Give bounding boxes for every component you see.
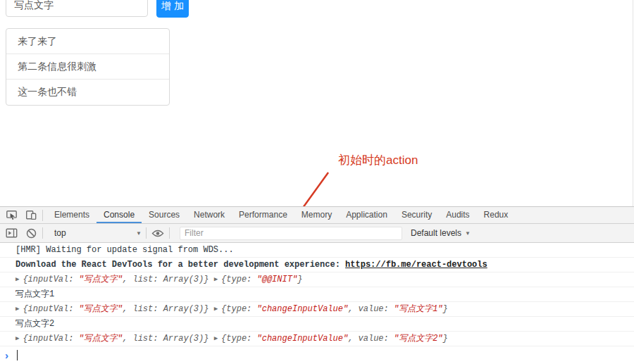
console-prompt[interactable]: › <box>0 346 634 364</box>
console-toolbar: top ▼ Default levels ▼ <box>0 224 634 243</box>
toolbar-separator <box>42 227 43 239</box>
expand-triangle-icon[interactable]: ▶ <box>214 302 218 316</box>
tab-application[interactable]: Application <box>339 207 394 223</box>
console-text-obj: {type: <box>221 272 256 287</box>
console-text-obj: , list: Array(3)} <box>123 302 214 316</box>
context-dropdown-label: top <box>51 228 136 238</box>
tab-elements[interactable]: Elements <box>47 207 97 223</box>
console-text-obj: {inputVal: <box>23 332 78 346</box>
chevron-down-icon: ▼ <box>465 230 471 237</box>
console-log-line: [HMR] Waiting for update signal from WDS… <box>0 243 634 258</box>
expand-triangle-icon[interactable]: ▶ <box>15 332 19 346</box>
console-text-obj: {inputVal: <box>23 302 78 316</box>
console-log-line: ▶{inputVal: "写点文字", list: Array(3)} ▶{ty… <box>0 332 634 346</box>
console-text-obj: } <box>443 332 448 346</box>
expand-triangle-icon[interactable]: ▶ <box>214 272 218 287</box>
devtools-tabs: ElementsConsoleSourcesNetworkPerformance… <box>47 207 515 223</box>
tab-performance[interactable]: Performance <box>232 207 294 223</box>
expand-triangle-icon[interactable]: ▶ <box>15 272 19 287</box>
toolbar-separator <box>42 210 43 221</box>
console-text-str: "changeInputValue" <box>257 302 349 316</box>
javascript-context-dropdown[interactable]: top ▼ <box>51 228 142 238</box>
show-console-sidebar-icon[interactable] <box>4 226 18 240</box>
console-text-plain: 写点文字1 <box>15 287 54 301</box>
tab-memory[interactable]: Memory <box>294 207 339 223</box>
console-text-str: "写点文字2" <box>394 332 443 346</box>
add-button[interactable]: 增 加 <box>156 0 189 18</box>
tab-network[interactable]: Network <box>187 207 232 223</box>
console-text-plain: 写点文字2 <box>15 317 54 331</box>
expand-triangle-icon[interactable]: ▶ <box>214 332 218 346</box>
tab-security[interactable]: Security <box>394 207 439 223</box>
console-text-str: "写点文字" <box>79 302 123 316</box>
inspect-element-icon[interactable] <box>4 208 18 222</box>
log-levels-label: Default levels <box>411 228 461 238</box>
console-text-obj: {type: <box>221 302 256 316</box>
console-text-obj: , list: Array(3)} <box>123 272 214 287</box>
expand-triangle-icon[interactable]: ▶ <box>15 302 19 316</box>
console-output: [HMR] Waiting for update signal from WDS… <box>0 243 634 346</box>
console-log-line: 写点文字2 <box>0 317 634 332</box>
console-log-line: 写点文字1 <box>0 287 634 302</box>
device-toolbar-icon[interactable] <box>24 208 38 222</box>
screenshot-root: 增 加 来了来了第二条信息很刺激这一条也不错 初始时的action 第1次修改后… <box>0 0 634 364</box>
prompt-chevron-icon: › <box>0 350 8 360</box>
console-text-obj: , value: <box>348 302 394 316</box>
tab-redux[interactable]: Redux <box>477 207 516 223</box>
console-text-bold: Download the React DevTools for a better… <box>15 258 345 272</box>
console-text-obj: } <box>297 272 302 287</box>
text-caret <box>17 350 18 360</box>
log-levels-dropdown[interactable]: Default levels ▼ <box>411 228 471 238</box>
annotation-initial-action: 初始时的action <box>338 152 418 168</box>
console-text-obj: {inputVal: <box>23 272 78 287</box>
toolbar-separator <box>146 227 147 239</box>
console-log-line: ▶{inputVal: "写点文字", list: Array(3)} ▶{ty… <box>0 302 634 317</box>
console-text-obj: , list: Array(3)} <box>123 332 214 346</box>
list-item: 这一条也不错 <box>6 80 169 105</box>
list-item: 来了来了 <box>6 29 169 54</box>
tab-sources[interactable]: Sources <box>142 207 187 223</box>
console-log-line: Download the React DevTools for a better… <box>0 258 634 272</box>
eye-icon[interactable] <box>151 226 165 240</box>
console-link[interactable]: https://fb.me/react-devtools <box>345 258 487 272</box>
console-text-obj: } <box>443 302 448 316</box>
console-text-str: "写点文字1" <box>394 302 443 316</box>
text-input[interactable] <box>6 0 148 17</box>
console-text-obj: , value: <box>348 332 394 346</box>
console-text-obj: {type: <box>221 332 256 346</box>
toolbar-separator <box>169 227 170 239</box>
console-text-str: "@@INIT" <box>257 272 298 287</box>
tab-audits[interactable]: Audits <box>439 207 476 223</box>
message-list: 来了来了第二条信息很刺激这一条也不错 <box>6 28 170 106</box>
console-text-str: "写点文字" <box>79 272 123 287</box>
console-log-line: ▶{inputVal: "写点文字", list: Array(3)} ▶{ty… <box>0 272 634 287</box>
console-text-plain: [HMR] Waiting for update signal from WDS… <box>15 243 234 257</box>
console-filter-input[interactable] <box>180 227 402 240</box>
devtools-panel: ElementsConsoleSourcesNetworkPerformance… <box>0 206 634 364</box>
list-item: 第二条信息很刺激 <box>6 54 169 80</box>
tab-console[interactable]: Console <box>97 207 142 223</box>
chevron-down-icon: ▼ <box>136 230 142 237</box>
console-text-str: "写点文字" <box>79 332 123 346</box>
clear-console-icon[interactable] <box>24 226 38 240</box>
devtools-tabbar: ElementsConsoleSourcesNetworkPerformance… <box>0 206 634 224</box>
console-text-str: "changeInputValue" <box>257 332 349 346</box>
